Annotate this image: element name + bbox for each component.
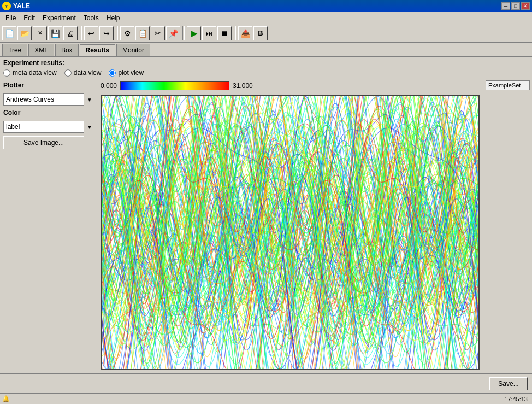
app-body: File Edit Experiment Tools Help 📄 📂 ✕ 💾 … (0, 12, 532, 404)
plotter-dropdown-container: Andrews Curves Scatter Plot Histogram Bo… (3, 93, 93, 106)
separator-2 (116, 26, 118, 40)
new-button[interactable]: 📄 (2, 26, 16, 40)
copy-button[interactable]: 📋 (135, 26, 150, 40)
bold-button[interactable]: B (253, 26, 268, 40)
tabbar: Tree XML Box Results Monitor (0, 43, 532, 57)
menubar: File Edit Experiment Tools Help (0, 12, 532, 24)
menu-file[interactable]: File (2, 13, 19, 23)
separator-1 (80, 26, 82, 40)
minimize-button[interactable]: ─ (501, 2, 510, 10)
data-view-radio[interactable]: data view (64, 69, 102, 77)
andrews-curves-canvas (102, 96, 478, 369)
undo-button[interactable]: ↩ (84, 26, 98, 40)
print-button[interactable]: 🖨 (63, 26, 78, 40)
exampleset-panel: ExampleSet (483, 78, 532, 373)
separator-4 (234, 26, 236, 40)
titlebar-title: YALE (13, 2, 30, 10)
titlebar-left: Y YALE (2, 2, 30, 10)
plotter-select[interactable]: Andrews Curves Scatter Plot Histogram Bo… (3, 93, 84, 106)
tab-xml[interactable]: XML (28, 44, 54, 56)
colorbar-max-label: 31,000 (233, 82, 253, 90)
tab-tree[interactable]: Tree (2, 44, 27, 56)
save-results-button[interactable]: Save... (489, 377, 528, 390)
settings-button[interactable]: ⚙ (120, 26, 134, 40)
run-button[interactable]: ▶ (187, 26, 201, 40)
separator-3 (182, 26, 185, 40)
color-dropdown-arrow: ▼ (87, 124, 92, 130)
exampleset-item[interactable]: ExampleSet (486, 80, 530, 90)
plot-area (101, 95, 480, 370)
maximize-button[interactable]: □ (511, 2, 520, 10)
color-select[interactable]: label none cluster (3, 121, 84, 133)
tab-results[interactable]: Results (80, 44, 115, 56)
close-button[interactable]: ✕ (521, 2, 530, 10)
close-file-button[interactable]: ✕ (33, 26, 47, 40)
yale-logo: Y (2, 2, 11, 10)
color-dropdown-container: label none cluster ▼ (3, 121, 93, 133)
menu-tools[interactable]: Tools (80, 13, 102, 23)
plotter-dropdown-arrow: ▼ (87, 97, 92, 103)
colorbar-row: 0,000 31,000 (101, 81, 480, 90)
plot-view-radio[interactable]: plot view (109, 69, 144, 77)
toolbar: 📄 📂 ✕ 💾 🖨 ↩ ↪ ⚙ 📋 ✂ 📌 ▶ ⏭ ⏹ 📤 B (0, 24, 532, 43)
experiment-results-section: Experiment results: (0, 57, 532, 68)
view-radio-row: meta data view data view plot view (0, 68, 532, 78)
paste-button[interactable]: 📌 (166, 26, 180, 40)
save-button[interactable]: 💾 (48, 26, 62, 40)
cut-button[interactable]: ✂ (151, 26, 165, 40)
stop-button[interactable]: ⏹ (217, 26, 232, 40)
titlebar: Y YALE ─ □ ✕ (0, 0, 532, 12)
right-panel: 0,000 31,000 (97, 78, 483, 373)
export-button[interactable]: 📤 (238, 26, 252, 40)
titlebar-controls: ─ □ ✕ (501, 2, 530, 10)
meta-data-view-radio[interactable]: meta data view (3, 69, 57, 77)
statusbar-time: 17:45:13 (504, 396, 528, 402)
statusbar-icon: 🔔 (2, 395, 10, 402)
save-image-button[interactable]: Save Image... (3, 136, 84, 149)
menu-edit[interactable]: Edit (20, 13, 38, 23)
colorbar-min-label: 0,000 (101, 82, 117, 90)
tab-box[interactable]: Box (55, 44, 79, 56)
color-label: Color (3, 109, 93, 116)
menu-experiment[interactable]: Experiment (39, 13, 79, 23)
plotter-label: Plotter (3, 81, 93, 89)
tab-monitor[interactable]: Monitor (116, 44, 150, 56)
content-row: Plotter Andrews Curves Scatter Plot Hist… (0, 78, 532, 373)
statusbar-left: 🔔 (2, 395, 12, 402)
experiment-results-label: Experiment results: (3, 59, 64, 67)
open-button[interactable]: 📂 (17, 26, 32, 40)
bottom-bar: Save... (0, 373, 532, 393)
left-panel: Plotter Andrews Curves Scatter Plot Hist… (0, 78, 97, 373)
step-button[interactable]: ⏭ (202, 26, 216, 40)
statusbar: 🔔 17:45:13 (0, 393, 532, 404)
colorbar (120, 81, 229, 90)
redo-button[interactable]: ↪ (99, 26, 114, 40)
menu-help[interactable]: Help (103, 13, 123, 23)
